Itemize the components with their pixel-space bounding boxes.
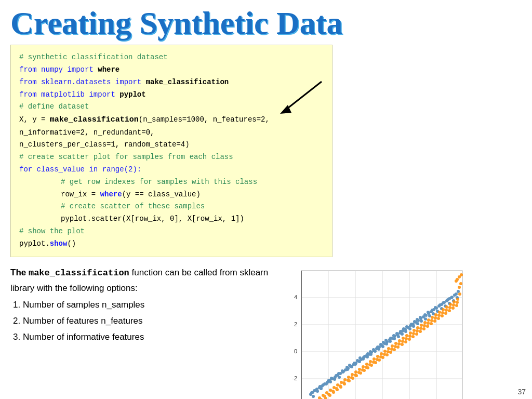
svg-point-230 bbox=[427, 322, 430, 325]
svg-point-261 bbox=[401, 343, 404, 346]
svg-point-220 bbox=[390, 348, 393, 351]
svg-point-168 bbox=[343, 378, 347, 381]
svg-point-136 bbox=[362, 357, 365, 361]
svg-point-251 bbox=[363, 369, 366, 372]
svg-point-126 bbox=[320, 387, 323, 390]
svg-point-118 bbox=[438, 303, 442, 307]
svg-point-229 bbox=[423, 324, 426, 327]
svg-point-273 bbox=[444, 312, 447, 315]
svg-point-169 bbox=[347, 376, 350, 379]
svg-point-125 bbox=[316, 390, 319, 393]
svg-point-147 bbox=[404, 330, 407, 333]
code-line-1: # synthetic classification dataset bbox=[19, 51, 324, 64]
svg-point-184 bbox=[402, 337, 405, 340]
svg-point-130 bbox=[338, 376, 341, 379]
svg-point-127 bbox=[325, 382, 328, 385]
svg-point-192 bbox=[431, 316, 434, 319]
svg-point-190 bbox=[423, 321, 427, 324]
svg-point-250 bbox=[359, 371, 362, 375]
svg-point-149 bbox=[412, 325, 415, 328]
svg-point-233 bbox=[437, 314, 441, 317]
svg-point-173 bbox=[362, 365, 365, 368]
svg-point-87 bbox=[330, 377, 333, 380]
svg-point-171 bbox=[354, 370, 357, 374]
description-list: Number of samples n_samples Number of fe… bbox=[23, 298, 270, 345]
svg-point-270 bbox=[433, 320, 436, 323]
code-line-14: # show the plot bbox=[19, 225, 324, 238]
svg-point-274 bbox=[448, 309, 451, 312]
code-line-8: # create scatter plot for samples from e… bbox=[19, 151, 324, 164]
svg-point-245 bbox=[339, 385, 342, 389]
svg-point-139 bbox=[374, 350, 377, 353]
svg-point-108 bbox=[402, 327, 405, 330]
svg-point-153 bbox=[428, 314, 431, 317]
svg-point-266 bbox=[419, 330, 422, 333]
svg-line-0 bbox=[285, 82, 322, 110]
svg-point-104 bbox=[389, 337, 392, 340]
code-line-13: pyplot.scatter(X[row_ix, 0], X[row_ix, 1… bbox=[61, 213, 324, 225]
svg-point-218 bbox=[383, 353, 386, 356]
svg-point-197 bbox=[449, 303, 452, 306]
svg-point-179 bbox=[383, 350, 387, 353]
svg-point-254 bbox=[374, 361, 377, 364]
svg-point-140 bbox=[377, 348, 380, 351]
svg-point-82 bbox=[310, 391, 313, 394]
svg-point-189 bbox=[420, 324, 423, 327]
svg-point-113 bbox=[419, 316, 422, 319]
svg-point-253 bbox=[370, 364, 373, 367]
svg-point-198 bbox=[453, 300, 456, 303]
svg-point-176 bbox=[373, 357, 376, 361]
svg-point-170 bbox=[351, 373, 354, 376]
svg-point-116 bbox=[431, 309, 434, 312]
svg-point-112 bbox=[416, 318, 419, 321]
svg-point-185 bbox=[405, 334, 408, 337]
svg-text:-2: -2 bbox=[292, 375, 297, 381]
bottom-section: The make_classification function can be … bbox=[10, 265, 522, 399]
svg-text:2: 2 bbox=[294, 321, 297, 327]
svg-point-174 bbox=[365, 363, 368, 366]
svg-point-272 bbox=[441, 314, 444, 317]
svg-point-119 bbox=[442, 301, 445, 304]
svg-point-96 bbox=[363, 355, 366, 358]
svg-point-177 bbox=[376, 355, 379, 358]
svg-point-256 bbox=[381, 356, 384, 359]
svg-point-111 bbox=[413, 320, 416, 323]
svg-point-264 bbox=[411, 335, 415, 338]
svg-point-123 bbox=[457, 290, 460, 293]
svg-point-150 bbox=[416, 322, 419, 325]
svg-point-268 bbox=[426, 325, 429, 328]
svg-point-236 bbox=[448, 306, 451, 309]
list-item: Number of informative features bbox=[23, 330, 270, 345]
svg-point-271 bbox=[437, 317, 440, 320]
svg-point-248 bbox=[351, 377, 354, 380]
svg-point-249 bbox=[355, 374, 358, 377]
svg-point-148 bbox=[408, 327, 411, 330]
svg-point-106 bbox=[395, 332, 398, 335]
svg-point-237 bbox=[452, 303, 455, 307]
svg-point-114 bbox=[423, 313, 427, 316]
svg-point-167 bbox=[340, 381, 343, 384]
svg-point-128 bbox=[329, 380, 332, 383]
svg-point-222 bbox=[397, 342, 401, 345]
svg-point-182 bbox=[394, 342, 397, 345]
svg-point-183 bbox=[398, 339, 401, 342]
svg-text:0: 0 bbox=[294, 348, 297, 354]
svg-point-124 bbox=[312, 395, 315, 398]
svg-point-269 bbox=[430, 322, 433, 325]
svg-point-255 bbox=[378, 358, 381, 362]
code-block: # synthetic classification dataset from … bbox=[10, 45, 332, 257]
svg-point-225 bbox=[408, 335, 411, 338]
svg-point-238 bbox=[456, 301, 459, 304]
svg-point-191 bbox=[427, 318, 430, 322]
svg-point-263 bbox=[408, 338, 411, 341]
svg-point-275 bbox=[451, 307, 455, 310]
svg-point-265 bbox=[415, 332, 418, 336]
svg-point-107 bbox=[399, 330, 402, 333]
code-line-15: pyplot.show() bbox=[19, 238, 324, 250]
svg-point-267 bbox=[422, 327, 425, 330]
svg-point-178 bbox=[380, 352, 383, 355]
svg-point-195 bbox=[442, 308, 445, 311]
svg-point-98 bbox=[369, 350, 372, 353]
svg-point-102 bbox=[382, 341, 385, 344]
svg-point-144 bbox=[393, 337, 396, 340]
